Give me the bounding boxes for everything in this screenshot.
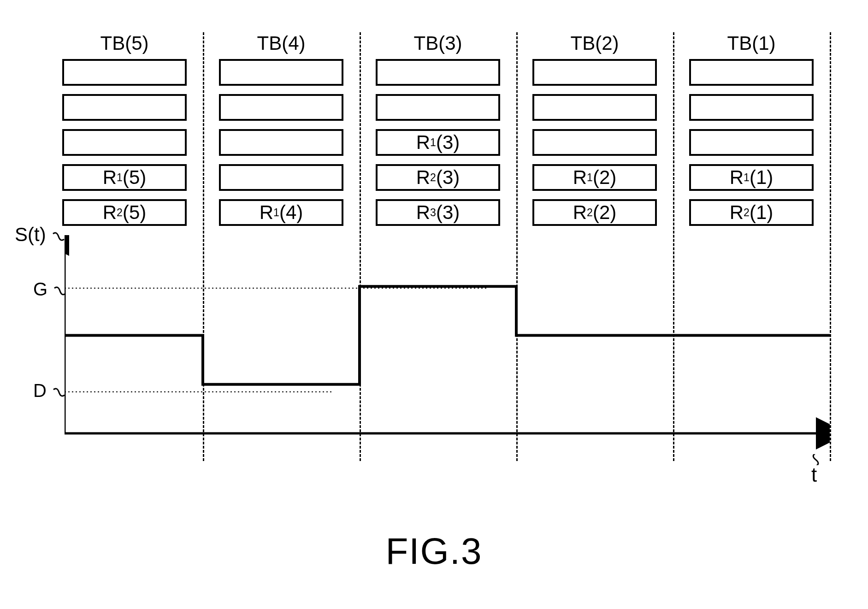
y-axis-label-text: S(t)	[15, 224, 46, 245]
y-axis-label: S(t)	[15, 224, 64, 246]
reg-box	[62, 94, 187, 121]
reg-box: R1(3)	[376, 129, 500, 156]
reg-box	[219, 59, 343, 86]
squiggle-icon	[53, 388, 65, 397]
reg-box	[219, 164, 343, 191]
reg-box: R1(5)	[62, 164, 187, 191]
reg-box	[62, 59, 187, 86]
column-tb1: TB(1) R1(1) R2(1)	[673, 32, 830, 234]
reg-box: R2(1)	[689, 199, 814, 226]
y-tick-label: D	[33, 380, 47, 401]
reg-box	[219, 129, 343, 156]
col-divider-5	[830, 32, 831, 461]
reg-box: R1(2)	[532, 164, 657, 191]
reg-box	[532, 59, 657, 86]
figure-caption: FIG.3	[0, 530, 868, 573]
signal-step-path	[65, 286, 830, 384]
reg-box	[62, 129, 187, 156]
reg-box: R3(3)	[376, 199, 500, 226]
columns-container: TB(5) R1(5) R2(5) TB(4) R1(4) TB(3) R1(3…	[46, 32, 830, 234]
y-tick-G: G	[33, 279, 65, 300]
column-header: TB(5)	[100, 32, 149, 54]
reg-box: R1(4)	[219, 199, 343, 226]
column-tb4: TB(4) R1(4)	[203, 32, 360, 234]
reg-box: R2(2)	[532, 199, 657, 226]
column-tb3: TB(3) R1(3) R2(3) R3(3)	[360, 32, 516, 234]
diagram-root: TB(5) R1(5) R2(5) TB(4) R1(4) TB(3) R1(3…	[46, 32, 830, 234]
reg-box	[376, 94, 500, 121]
column-header: TB(1)	[727, 32, 776, 54]
y-tick-label: G	[33, 279, 47, 299]
column-tb2: TB(2) R1(2) R2(2)	[516, 32, 673, 234]
reg-box	[689, 94, 814, 121]
reg-box	[689, 129, 814, 156]
reg-box	[532, 94, 657, 121]
reg-box: R2(3)	[376, 164, 500, 191]
column-header: TB(4)	[257, 32, 306, 54]
squiggle-icon	[53, 286, 65, 296]
reg-box	[219, 94, 343, 121]
reg-box	[376, 59, 500, 86]
reg-box	[532, 129, 657, 156]
x-axis-label: t	[811, 454, 823, 486]
step-chart	[65, 235, 830, 452]
reg-box: R2(5)	[62, 199, 187, 226]
reg-box	[689, 59, 814, 86]
x-axis-label-text: t	[811, 463, 817, 486]
squiggle-icon	[52, 232, 64, 241]
column-header: TB(2)	[571, 32, 619, 54]
reg-box: R1(1)	[689, 164, 814, 191]
squiggle-icon	[811, 454, 823, 463]
column-header: TB(3)	[414, 32, 462, 54]
column-tb5: TB(5) R1(5) R2(5)	[46, 32, 203, 234]
y-tick-D: D	[33, 380, 65, 401]
